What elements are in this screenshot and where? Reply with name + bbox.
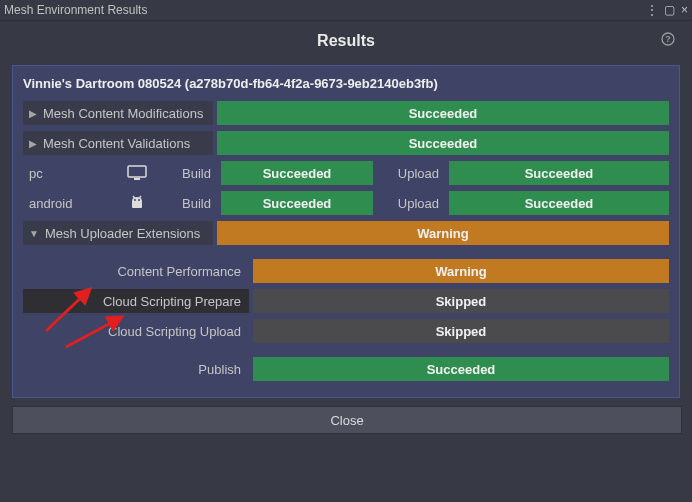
publish-label: Publish [23, 357, 249, 381]
validations-status: Succeeded [217, 131, 669, 155]
uploader-expander[interactable]: ▼ Mesh Uploader Extensions [23, 221, 213, 245]
validations-row: ▶ Mesh Content Validations Succeeded [23, 131, 669, 155]
modifications-expander[interactable]: ▶ Mesh Content Modifications [23, 101, 213, 125]
android-icon [119, 191, 155, 215]
platform-row-android: android Build Succeeded Upload Succeeded [23, 191, 669, 215]
platform-name-android: android [23, 191, 115, 215]
cloud-scripting-prepare-label: Cloud Scripting Prepare [23, 289, 249, 313]
modifications-status: Succeeded [217, 101, 669, 125]
svg-point-7 [138, 199, 140, 201]
help-icon[interactable]: ? [660, 31, 676, 47]
results-title: Results [317, 32, 375, 50]
platform-row-pc: pc Build Succeeded Upload Succeeded [23, 161, 669, 185]
cloud-scripting-upload-status: Skipped [253, 319, 669, 343]
validations-expander[interactable]: ▶ Mesh Content Validations [23, 131, 213, 155]
svg-text:?: ? [665, 34, 671, 44]
upload-status-android: Succeeded [449, 191, 669, 215]
content-performance-row: Content Performance Warning [23, 259, 669, 283]
cloud-scripting-prepare-status: Skipped [253, 289, 669, 313]
upload-label-android: Upload [377, 191, 445, 215]
publish-row: Publish Succeeded [23, 357, 669, 381]
modifications-label: Mesh Content Modifications [43, 106, 203, 121]
uploader-label: Mesh Uploader Extensions [45, 226, 200, 241]
window-maximize-icon[interactable]: ▢ [664, 4, 675, 16]
window-title: Mesh Environment Results [4, 3, 646, 17]
modifications-row: ▶ Mesh Content Modifications Succeeded [23, 101, 669, 125]
upload-label-pc: Upload [377, 161, 445, 185]
window-close-icon[interactable]: × [681, 4, 688, 16]
chevron-down-icon: ▼ [29, 228, 39, 239]
results-panel: Vinnie's Dartroom 080524 (a278b70d-fb64-… [12, 65, 680, 398]
content-performance-status: Warning [253, 259, 669, 283]
content-performance-label: Content Performance [23, 259, 249, 283]
monitor-icon [119, 161, 155, 185]
svg-rect-2 [128, 166, 146, 177]
close-button[interactable]: Close [12, 406, 682, 434]
uploader-row: ▼ Mesh Uploader Extensions Warning [23, 221, 669, 245]
build-status-pc: Succeeded [221, 161, 373, 185]
svg-point-6 [134, 199, 136, 201]
publish-status: Succeeded [253, 357, 669, 381]
chevron-right-icon: ▶ [29, 108, 37, 119]
svg-rect-3 [134, 178, 140, 180]
svg-line-4 [133, 196, 135, 198]
cloud-scripting-prepare-row: Cloud Scripting Prepare Skipped [23, 289, 669, 313]
platform-name-pc: pc [23, 161, 115, 185]
svg-line-5 [140, 196, 142, 198]
cloud-scripting-upload-row: Cloud Scripting Upload Skipped [23, 319, 669, 343]
cloud-scripting-upload-label: Cloud Scripting Upload [23, 319, 249, 343]
build-label-pc: Build [159, 161, 217, 185]
title-bar: Mesh Environment Results ⋮ ▢ × [0, 0, 692, 21]
build-label-android: Build [159, 191, 217, 215]
chevron-right-icon: ▶ [29, 138, 37, 149]
uploader-status: Warning [217, 221, 669, 245]
results-header: Results ? [0, 21, 692, 61]
build-status-android: Succeeded [221, 191, 373, 215]
validations-label: Mesh Content Validations [43, 136, 190, 151]
project-title: Vinnie's Dartroom 080524 (a278b70d-fb64-… [23, 76, 669, 91]
upload-status-pc: Succeeded [449, 161, 669, 185]
window-menu-icon[interactable]: ⋮ [646, 4, 658, 16]
